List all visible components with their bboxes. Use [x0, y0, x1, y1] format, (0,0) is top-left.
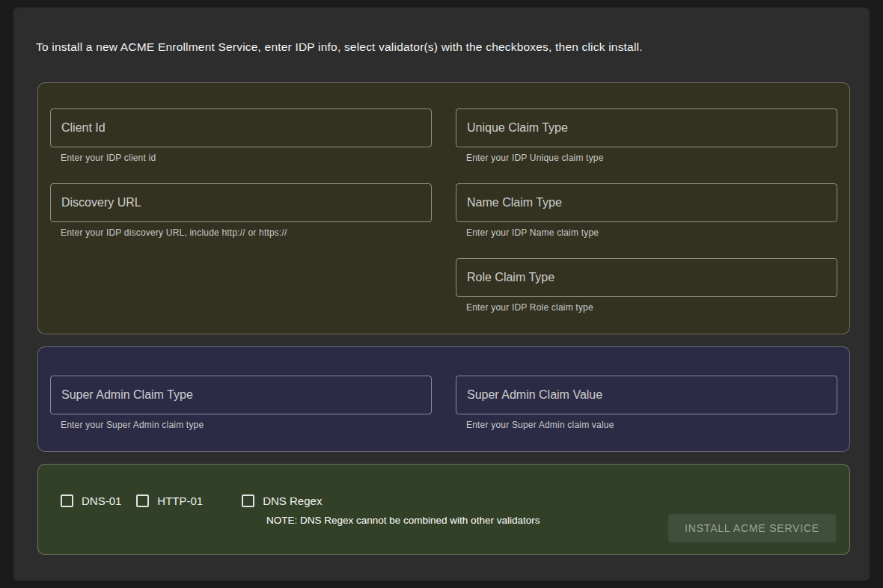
super-admin-claim-type-field-block: Enter your Super Admin claim type — [50, 376, 432, 430]
checkbox-dns-regex[interactable]: DNS Regex — [242, 494, 322, 507]
discovery-url-helper: Enter your IDP discovery URL, include ht… — [61, 227, 432, 238]
super-admin-claim-value-field-block: Enter your Super Admin claim value — [456, 376, 837, 430]
checkbox-http-01[interactable]: HTTP-01 — [136, 494, 203, 507]
acme-install-panel: To install a new ACME Enrollment Service… — [13, 7, 870, 581]
client-id-field-block: Enter your IDP client id — [50, 108, 432, 163]
http-01-label: HTTP-01 — [157, 494, 203, 507]
client-id-input[interactable] — [50, 108, 432, 147]
unique-claim-type-input[interactable] — [456, 108, 837, 147]
dns-regex-checkbox-icon[interactable] — [242, 494, 254, 507]
dns-01-checkbox-icon[interactable] — [61, 494, 73, 507]
dns-01-label: DNS-01 — [82, 494, 121, 507]
http-01-checkbox-icon[interactable] — [136, 494, 149, 507]
checkbox-dns-01[interactable]: DNS-01 — [61, 494, 121, 507]
role-claim-type-field-block: Enter your IDP Role claim type — [456, 258, 837, 313]
super-admin-claim-type-input[interactable] — [50, 376, 432, 414]
role-claim-type-helper: Enter your IDP Role claim type — [466, 302, 837, 313]
name-claim-type-input[interactable] — [456, 183, 837, 222]
intro-instructions: To install a new ACME Enrollment Service… — [36, 40, 847, 54]
super-admin-claim-type-helper: Enter your Super Admin claim type — [61, 420, 432, 430]
idp-right-column: Enter your IDP Unique claim type Enter y… — [456, 108, 837, 313]
discovery-url-field-block: Enter your IDP discovery URL, include ht… — [50, 183, 432, 238]
super-admin-claim-value-input[interactable] — [456, 376, 837, 414]
unique-claim-type-field-block: Enter your IDP Unique claim type — [456, 108, 837, 163]
discovery-url-input[interactable] — [50, 183, 432, 222]
role-claim-type-input[interactable] — [456, 258, 837, 297]
client-id-helper: Enter your IDP client id — [61, 153, 432, 163]
idp-left-column: Enter your IDP client id Enter your IDP … — [50, 108, 432, 313]
unique-claim-type-helper: Enter your IDP Unique claim type — [466, 153, 837, 163]
validator-checkbox-row: DNS-01 HTTP-01 DNS Regex — [61, 494, 837, 507]
idp-info-section: Enter your IDP client id Enter your IDP … — [37, 82, 850, 334]
validators-section: DNS-01 HTTP-01 DNS Regex NOTE: DNS Regex… — [37, 464, 850, 555]
name-claim-type-helper: Enter your IDP Name claim type — [466, 227, 837, 238]
dns-regex-label: DNS Regex — [263, 494, 322, 507]
super-admin-claim-value-helper: Enter your Super Admin claim value — [466, 420, 837, 430]
super-admin-section: Enter your Super Admin claim type Enter … — [37, 346, 850, 452]
name-claim-type-field-block: Enter your IDP Name claim type — [456, 183, 837, 238]
install-acme-service-button[interactable]: INSTALL ACME SERVICE — [668, 514, 836, 542]
